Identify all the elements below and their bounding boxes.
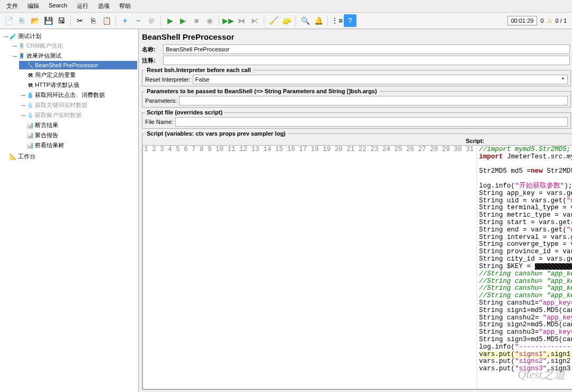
help-icon[interactable]: ? <box>344 14 356 27</box>
new-icon[interactable]: 📄 <box>2 14 15 27</box>
reset-interpreter-combo[interactable]: False <box>193 75 568 84</box>
run-icon[interactable]: ▶ <box>164 14 176 27</box>
tree-sampler-keyword[interactable]: ◦‒💧获取关键词实时数据 <box>19 101 137 110</box>
fieldset-reset: Reset bsh.Interpreter before each call R… <box>142 67 571 86</box>
save-as-icon[interactable]: 🖫 <box>55 14 68 27</box>
reset-label: Reset Interpreter: <box>145 76 191 83</box>
tree-thread-effect[interactable]: ◦‒🧵效果评估测试 <box>11 51 137 60</box>
tree-pane[interactable]: ◦‒🧪测试计划 ◦‒🧵CRM账户优化 ◦‒🧵效果评估测试 🔧BeanShell … <box>0 29 139 392</box>
disable-icon[interactable]: ⊘ <box>145 14 158 27</box>
reset-search-icon[interactable]: 🔔 <box>312 14 325 27</box>
cut-icon[interactable]: ✂ <box>74 14 86 27</box>
script-header: Script: <box>142 137 572 145</box>
tree-workbench[interactable]: 📐工作台 <box>2 152 137 161</box>
comment-label: 注释: <box>142 57 163 65</box>
menu-file[interactable]: 文件 <box>2 1 22 11</box>
tree-assertion-results[interactable]: 📊断言结果 <box>19 121 137 130</box>
menu-bar: 文件 编辑 Search 运行 选项 帮助 <box>0 0 572 13</box>
script-textarea[interactable]: //import mymd5.Str2MD5; import JmeterTes… <box>477 146 572 389</box>
timer-display: 00:01:29 <box>507 16 538 25</box>
menu-options[interactable]: 选项 <box>94 1 114 11</box>
name-input[interactable] <box>163 44 570 54</box>
menu-edit[interactable]: 编辑 <box>23 1 43 11</box>
fieldset-parameters: Parameters to be passed to BeanShell (=>… <box>142 88 571 108</box>
tree-test-plan[interactable]: ◦‒🧪测试计划 <box>2 32 137 41</box>
search-icon[interactable]: 🔍 <box>299 14 311 27</box>
stop-icon[interactable]: ■ <box>190 14 203 27</box>
remote-stop-icon[interactable]: ⧓ <box>235 14 248 27</box>
line-gutter: 1 2 3 4 5 6 7 8 9 10 11 12 13 14 15 16 1… <box>143 146 477 389</box>
open-icon[interactable]: 📂 <box>29 14 41 27</box>
fieldset-script: Script (variables: ctx vars props prev s… <box>142 130 572 390</box>
run-no-timers-icon[interactable]: ▶· <box>177 14 190 27</box>
code-container: 1 2 3 4 5 6 7 8 9 10 11 12 13 14 15 16 1… <box>142 145 572 389</box>
function-helper-icon[interactable]: ⋮≡ <box>330 14 343 27</box>
shutdown-icon[interactable]: ◉ <box>203 14 216 27</box>
remove-icon[interactable]: − <box>132 14 145 27</box>
content-pane: BeanShell PreProcessor 名称: 注释: Reset bsh… <box>139 29 572 392</box>
menu-search[interactable]: Search <box>44 1 72 11</box>
remote-shutdown-icon[interactable]: ⧔ <box>248 14 261 27</box>
tree-sampler-account[interactable]: ◦‒💧获取账户实时数据 <box>19 111 137 120</box>
parameters-input[interactable] <box>179 96 568 105</box>
active-threads-b: 0 / 1 <box>556 17 567 24</box>
panel-title: BeanShell PreProcessor <box>142 32 571 41</box>
tree-http-defaults[interactable]: 🛠HTTP请求默认值 <box>19 81 137 90</box>
parameters-label: Parameters: <box>145 97 177 104</box>
file-name-label: File Name: <box>145 119 173 125</box>
comment-input[interactable] <box>163 56 570 65</box>
tree-view-results-tree[interactable]: 📊察看结果树 <box>19 141 137 150</box>
toolbar: 📄 ⎘ 📂 💾 🖫 ✂ ⎘ 📋 + − ⊘ ▶ ▶· ■ ◉ ▶▶ ⧓ ⧔ 🧹 … <box>0 13 572 29</box>
menu-help[interactable]: 帮助 <box>115 1 135 11</box>
tree-beanshell-preprocessor[interactable]: 🔧BeanShell PreProcessor <box>19 61 137 69</box>
active-threads-a: 0 <box>540 17 543 24</box>
clear-icon[interactable]: 🧹 <box>267 14 280 27</box>
tree-thread-crm[interactable]: ◦‒🧵CRM账户优化 <box>11 41 137 50</box>
add-icon[interactable]: + <box>119 14 131 27</box>
tree-aggregate-report[interactable]: 📊聚合报告 <box>19 131 137 140</box>
warning-icon[interactable]: ⚠ <box>547 17 552 24</box>
fieldset-script-file: Script file (overrides script) File Name… <box>142 109 571 129</box>
file-name-input[interactable] <box>175 117 568 127</box>
remote-start-icon[interactable]: ▶▶ <box>222 14 235 27</box>
clear-all-icon[interactable]: 🧽 <box>280 14 293 27</box>
paste-icon[interactable]: 📋 <box>100 14 113 27</box>
templates-icon[interactable]: ⎘ <box>15 14 28 27</box>
tree-sampler-ring[interactable]: ◦‒💧获取同环比点击、消费数据 <box>19 91 137 100</box>
tree-user-vars[interactable]: 🛠用户定义的变量 <box>19 70 137 79</box>
menu-run[interactable]: 运行 <box>73 1 93 11</box>
name-label: 名称: <box>142 46 163 54</box>
save-icon[interactable]: 💾 <box>42 14 55 27</box>
copy-icon[interactable]: ⎘ <box>87 14 100 27</box>
